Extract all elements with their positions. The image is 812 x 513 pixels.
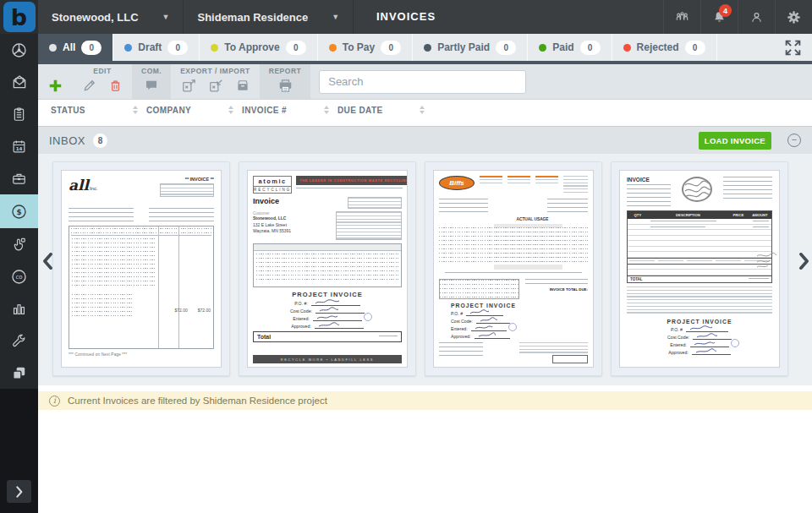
tab-paid[interactable]: Paid 0 <box>528 34 612 61</box>
customer-block: Customer Stonewood, LLC 132 E Lake Stree… <box>253 211 291 240</box>
text-skeleton <box>296 188 403 191</box>
vendor-footer-banner: RECYCLE MORE • LANDFILL LESS <box>253 355 402 363</box>
sidebar-item-documents[interactable] <box>0 357 38 389</box>
invoice-thumbnail-1[interactable]: allInc. ** INVOICE ** <box>52 161 230 376</box>
sidebar-item-contacts[interactable]: co <box>0 260 38 292</box>
fullscreen-button[interactable] <box>784 39 802 57</box>
tab-rejected[interactable]: Rejected 0 <box>612 34 717 61</box>
filter-info-text: Current Invoices are filtered by Shidema… <box>68 396 327 406</box>
invoice-thumbnail-4[interactable]: INVOICE QTY DESCRIPTION PRICE <box>611 161 788 376</box>
vendor-logo: atomic RECYCLING <box>253 176 292 194</box>
edit-button[interactable] <box>82 78 97 93</box>
text-skeleton <box>72 238 156 287</box>
invoice-page: INVOICE QTY DESCRIPTION PRICE <box>619 170 780 368</box>
total-label: TOTAL <box>628 276 645 282</box>
continued-note: *** Continued on Next Page *** <box>69 352 214 357</box>
project-invoice-stamp: PROJECT INVOICE P.O. # Cost Code: Entere… <box>627 319 772 355</box>
notifications-bell-icon[interactable]: 4 <box>700 0 738 34</box>
sidebar-expand-button[interactable] <box>7 480 31 503</box>
sidebar-item-projects[interactable] <box>0 162 38 194</box>
column-label: QTY <box>628 213 648 217</box>
toolbar-group-export-import: EXPORT / IMPORT <box>171 64 260 99</box>
info-icon: i <box>49 396 60 407</box>
tab-count: 0 <box>685 41 705 55</box>
column-header-company[interactable]: COMPANY <box>138 106 233 115</box>
spacer <box>38 120 812 126</box>
column-header-invoice-number[interactable]: INVOICE # <box>233 106 329 115</box>
search-input[interactable] <box>319 70 526 94</box>
calendar-icon: 14 <box>11 139 27 155</box>
tab-partly-paid[interactable]: Partly Paid 0 <box>413 34 528 61</box>
collapse-section-icon[interactable]: − <box>787 134 801 147</box>
sidebar-item-calendar[interactable]: 14 <box>0 130 38 162</box>
vendor-logo: Biffs <box>439 176 475 190</box>
pencil-icon <box>82 78 97 93</box>
import-button[interactable] <box>208 78 224 94</box>
invoice-thumbnail-3[interactable]: Biffs ACTUAL USAGE <box>425 161 602 376</box>
company-selector[interactable]: Stonewood, LLC ▼ <box>38 0 184 34</box>
column-label: DESCRIPTION <box>648 213 728 217</box>
carousel-next-button[interactable] <box>795 248 812 274</box>
group-label-com: COM. <box>141 67 162 76</box>
load-invoice-button[interactable]: LOAD INVOICE <box>699 132 771 150</box>
project-selector[interactable]: Shideman Residence ▼ <box>184 0 354 34</box>
column-label: DUE DATE <box>337 106 383 115</box>
text-skeleton <box>445 272 582 275</box>
tab-count: 0 <box>167 41 188 55</box>
sidebar-item-reports[interactable] <box>0 292 38 325</box>
dashboard-gauge-icon <box>10 41 28 59</box>
invoice-meta-skeleton <box>348 197 402 209</box>
export-button[interactable] <box>181 78 197 94</box>
invoice-page: allInc. ** INVOICE ** <box>61 170 222 368</box>
tab-to-approve[interactable]: To Approve 0 <box>200 34 317 61</box>
delete-button[interactable] <box>108 79 123 93</box>
briefcase-icon <box>11 171 27 187</box>
vendor-seal <box>682 177 712 202</box>
tab-label: To Approve <box>224 41 279 53</box>
tab-count: 0 <box>81 41 102 55</box>
sidebar-item-tools[interactable] <box>0 325 38 357</box>
group-label-report: REPORT <box>269 67 301 76</box>
archive-button[interactable] <box>235 78 250 93</box>
report-print-button[interactable] <box>277 78 294 94</box>
status-dot <box>424 44 431 52</box>
comment-button[interactable] <box>144 78 159 93</box>
tab-all[interactable]: All 0 <box>38 34 113 61</box>
add-invoice-button[interactable] <box>47 78 63 94</box>
tab-draft[interactable]: Draft 0 <box>113 34 200 61</box>
bill-to-skeleton <box>439 199 488 212</box>
chevron-down-icon: ▼ <box>162 13 170 21</box>
carousel-prev-button[interactable] <box>39 248 56 274</box>
team-icon[interactable] <box>663 0 700 34</box>
text-skeleton <box>379 336 398 339</box>
amount-value: $72.00 <box>174 308 187 313</box>
tab-count: 0 <box>496 41 516 55</box>
toolbar-group-add <box>38 64 73 99</box>
invoice-header-label: ** INVOICE ** <box>160 177 214 182</box>
import-icon <box>208 78 224 94</box>
inbox-count-badge: 8 <box>93 134 107 148</box>
sidebar-item-approvals[interactable] <box>0 228 38 260</box>
wrench-icon <box>11 333 27 349</box>
sort-icon[interactable] <box>420 106 425 114</box>
sidebar-item-dashboard[interactable] <box>0 34 38 66</box>
filter-info-bar: i Current Invoices are filtered by Shide… <box>38 391 812 410</box>
status-dot <box>124 44 132 52</box>
sidebar: 14 $ co <box>0 34 38 513</box>
inbox-section-header: INBOX 8 LOAD INVOICE − <box>38 126 812 154</box>
user-icon[interactable] <box>738 0 775 34</box>
tab-to-pay[interactable]: To Pay 0 <box>318 34 413 61</box>
toolbar-group-edit: EDIT <box>73 64 132 99</box>
tab-label: To Pay <box>343 41 375 53</box>
invoice-title: INVOICE <box>627 177 671 183</box>
sidebar-item-tasks[interactable] <box>0 98 38 130</box>
settings-gear-icon[interactable] <box>775 0 812 34</box>
sidebar-item-mail[interactable] <box>0 66 38 98</box>
sidebar-item-invoices[interactable]: $ <box>0 194 38 228</box>
vendor-banner: THE LEADER IN CONSTRUCTION WASTE RECYCLI… <box>296 176 408 185</box>
column-header-due-date[interactable]: DUE DATE <box>329 106 425 115</box>
column-header-status[interactable]: STATUS <box>42 106 138 115</box>
invoice-thumbnail-2[interactable]: atomic RECYCLING THE LEADER IN CONSTRUCT… <box>239 161 416 376</box>
column-label: PRICE <box>728 213 749 217</box>
app-logo[interactable]: b <box>0 0 38 34</box>
